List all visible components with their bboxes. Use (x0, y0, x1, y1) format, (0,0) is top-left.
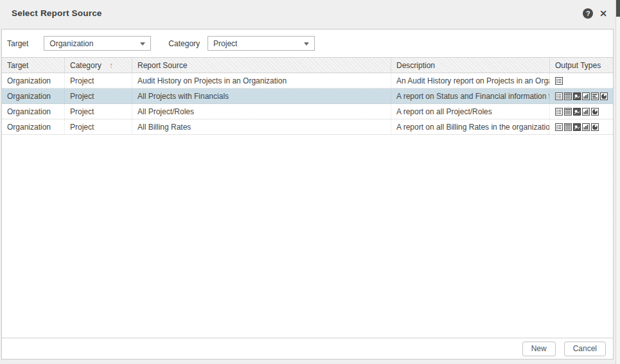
list-icon (555, 77, 563, 85)
category-filter-select[interactable]: Project (208, 36, 315, 51)
category-filter-value: Project (213, 39, 237, 48)
target-filter-select[interactable]: Organization (44, 36, 151, 51)
scrollbar-thumb[interactable] (616, 0, 620, 17)
help-icon[interactable]: ? (583, 8, 593, 19)
table-header-row: Target Category ↑ Report Source Descript… (2, 58, 613, 73)
row-category-cell: Project (65, 73, 132, 88)
bar-chart-icon (582, 92, 590, 100)
row-output-types-cell (550, 89, 613, 103)
graph-icon (573, 123, 581, 131)
select-report-source-dialog: Select Report Source ? ✕ Target Organiza… (0, 0, 620, 364)
titlebar-actions: ? ✕ (583, 8, 607, 19)
chevron-down-icon (304, 42, 309, 46)
row-description-cell: An Audit History report on Projects in a… (391, 73, 550, 88)
report-source-table: Target Category ↑ Report Source Descript… (2, 57, 613, 338)
row-report-source-cell: All Project/Roles (132, 104, 391, 119)
row-report-source-cell: Audit History on Projects in an Organiza… (132, 73, 391, 88)
graph-icon (573, 108, 581, 116)
table-row[interactable]: Organization Project All Project/Roles A… (2, 104, 613, 119)
h-bar-chart-icon (591, 92, 599, 100)
row-report-source-cell: All Projects with Financials (132, 89, 391, 103)
row-target-cell: Organization (2, 119, 65, 134)
dialog-panel: Target Organization Category Project Tar… (1, 29, 614, 360)
chevron-down-icon (140, 42, 145, 46)
table-icon (564, 92, 572, 100)
column-header-report-source[interactable]: Report Source (132, 58, 391, 73)
target-filter-label: Target (7, 39, 28, 48)
bar-chart-icon (582, 108, 590, 116)
scrollbar[interactable] (616, 0, 620, 364)
row-target-cell: Organization (2, 73, 65, 88)
graph-icon (573, 92, 581, 100)
row-output-types-cell (550, 119, 613, 134)
dialog-titlebar: Select Report Source ? ✕ (0, 0, 616, 29)
table-row-selected[interactable]: Organization Project All Projects with F… (2, 89, 613, 104)
row-output-types-cell (550, 73, 613, 88)
cancel-button[interactable]: Cancel (564, 342, 606, 356)
table-row[interactable]: Organization Project Audit History on Pr… (2, 73, 613, 89)
table-icon (564, 108, 572, 116)
close-icon[interactable]: ✕ (599, 8, 607, 19)
list-icon (555, 108, 563, 116)
sort-ascending-icon: ↑ (109, 61, 113, 70)
column-header-category[interactable]: Category ↑ (65, 58, 132, 73)
row-category-cell: Project (65, 89, 132, 103)
filter-bar: Target Organization Category Project (2, 30, 613, 57)
column-header-target[interactable]: Target (2, 58, 65, 73)
row-description-cell: A report on all Billing Rates in the org… (391, 119, 550, 134)
pie-chart-icon (591, 123, 599, 131)
category-filter-label: Category (168, 39, 200, 48)
column-header-output-types[interactable]: Output Types (550, 58, 613, 73)
bar-chart-icon (582, 123, 590, 131)
column-header-description[interactable]: Description (391, 58, 550, 73)
target-filter-value: Organization (49, 39, 93, 48)
new-button[interactable]: New (522, 342, 556, 356)
list-icon (555, 92, 563, 100)
row-target-cell: Organization (2, 104, 65, 119)
row-category-cell: Project (65, 104, 132, 119)
dialog-footer: New Cancel (2, 338, 613, 359)
row-target-cell: Organization (2, 89, 65, 103)
pie-chart-icon (591, 108, 599, 116)
row-description-cell: A report on Status and Financial informa… (391, 89, 550, 103)
row-category-cell: Project (65, 119, 132, 134)
table-icon (564, 123, 572, 131)
row-output-types-cell (550, 104, 613, 119)
pie-chart-icon (600, 92, 608, 100)
list-icon (555, 123, 563, 131)
row-report-source-cell: All Billing Rates (132, 119, 391, 134)
dialog-title: Select Report Source (12, 8, 102, 18)
row-description-cell: A report on all Project/Roles (391, 104, 550, 119)
table-empty-area (2, 135, 613, 338)
table-row[interactable]: Organization Project All Billing Rates A… (2, 119, 613, 135)
